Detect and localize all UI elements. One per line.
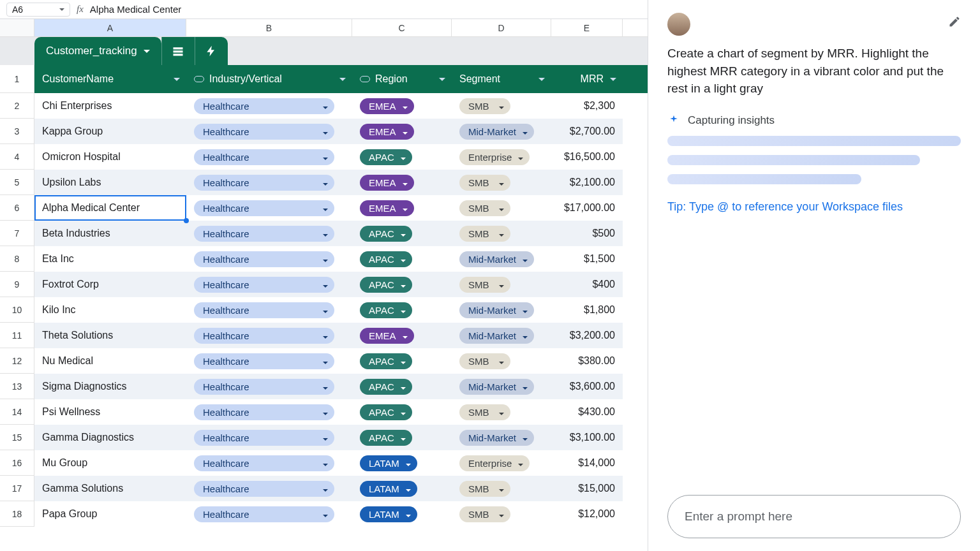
- cell-industry[interactable]: Healthcare: [186, 221, 352, 246]
- col-mrr[interactable]: MRR: [551, 65, 623, 93]
- cell-segment[interactable]: SMB: [452, 348, 551, 374]
- cell-region[interactable]: APAC: [352, 246, 452, 272]
- region-chip[interactable]: EMEA: [360, 175, 414, 191]
- region-chip[interactable]: APAC: [360, 404, 412, 420]
- table-view-icon[interactable]: [161, 37, 195, 65]
- cell-mrr[interactable]: $1,800: [551, 297, 623, 323]
- cell-industry[interactable]: Healthcare: [186, 476, 352, 501]
- cell-mrr[interactable]: $3,600.00: [551, 374, 623, 399]
- region-chip[interactable]: APAC: [360, 226, 412, 242]
- segment-chip[interactable]: Mid-Market: [459, 328, 534, 344]
- industry-chip[interactable]: Healthcare: [194, 379, 334, 395]
- industry-chip[interactable]: Healthcare: [194, 430, 334, 446]
- row-number[interactable]: 8: [0, 246, 34, 272]
- row-number[interactable]: 1: [0, 65, 34, 93]
- cell-customer-name[interactable]: Upsilon Labs: [34, 170, 186, 195]
- region-chip[interactable]: APAC: [360, 302, 412, 318]
- region-chip[interactable]: EMEA: [360, 328, 414, 344]
- column-header-d[interactable]: D: [452, 19, 551, 36]
- industry-chip[interactable]: Healthcare: [194, 277, 334, 293]
- cell-industry[interactable]: Healthcare: [186, 399, 352, 425]
- row-number[interactable]: 3: [0, 119, 34, 144]
- industry-chip[interactable]: Healthcare: [194, 175, 334, 191]
- row-number[interactable]: 16: [0, 450, 34, 476]
- cell-customer-name[interactable]: Kappa Group: [34, 119, 186, 144]
- cell-industry[interactable]: Healthcare: [186, 297, 352, 323]
- row-number[interactable]: 6: [0, 195, 34, 221]
- cell-region[interactable]: EMEA: [352, 119, 452, 144]
- region-chip[interactable]: APAC: [360, 353, 412, 369]
- cell-customer-name[interactable]: Gamma Solutions: [34, 476, 186, 501]
- region-chip[interactable]: APAC: [360, 251, 412, 267]
- cell-industry[interactable]: Healthcare: [186, 93, 352, 119]
- cell-segment[interactable]: SMB: [452, 272, 551, 297]
- segment-chip[interactable]: Mid-Market: [459, 379, 534, 395]
- column-header-e[interactable]: E: [551, 19, 623, 36]
- cell-segment[interactable]: Mid-Market: [452, 323, 551, 348]
- cell-region[interactable]: APAC: [352, 425, 452, 450]
- name-box[interactable]: A6: [6, 3, 70, 17]
- cell-segment[interactable]: SMB: [452, 93, 551, 119]
- cell-segment[interactable]: Mid-Market: [452, 297, 551, 323]
- region-chip[interactable]: LATAM: [360, 506, 417, 522]
- cell-industry[interactable]: Healthcare: [186, 144, 352, 170]
- region-chip[interactable]: EMEA: [360, 124, 414, 140]
- industry-chip[interactable]: Healthcare: [194, 98, 334, 114]
- row-number[interactable]: 18: [0, 501, 34, 527]
- cell-industry[interactable]: Healthcare: [186, 272, 352, 297]
- cell-industry[interactable]: Healthcare: [186, 501, 352, 527]
- cell-mrr[interactable]: $17,000.00: [551, 195, 623, 221]
- cell-customer-name[interactable]: Alpha Medical Center: [34, 195, 186, 221]
- cell-industry[interactable]: Healthcare: [186, 374, 352, 399]
- cell-customer-name[interactable]: Theta Solutions: [34, 323, 186, 348]
- segment-chip[interactable]: SMB: [459, 277, 510, 293]
- industry-chip[interactable]: Healthcare: [194, 455, 334, 471]
- cell-segment[interactable]: Enterprise: [452, 144, 551, 170]
- selection-handle[interactable]: [184, 218, 189, 223]
- cell-region[interactable]: EMEA: [352, 323, 452, 348]
- row-number[interactable]: 13: [0, 374, 34, 399]
- region-chip[interactable]: EMEA: [360, 200, 414, 216]
- cell-customer-name[interactable]: Gamma Diagnostics: [34, 425, 186, 450]
- segment-chip[interactable]: Mid-Market: [459, 302, 534, 318]
- row-number[interactable]: 10: [0, 297, 34, 323]
- region-chip[interactable]: APAC: [360, 277, 412, 293]
- pencil-icon[interactable]: [948, 15, 961, 31]
- cell-region[interactable]: LATAM: [352, 501, 452, 527]
- segment-chip[interactable]: Mid-Market: [459, 430, 534, 446]
- cell-industry[interactable]: Healthcare: [186, 170, 352, 195]
- cell-region[interactable]: EMEA: [352, 170, 452, 195]
- formula-value[interactable]: Alpha Medical Center: [90, 4, 181, 15]
- column-header-b[interactable]: B: [186, 19, 352, 36]
- cell-customer-name[interactable]: Mu Group: [34, 450, 186, 476]
- segment-chip[interactable]: SMB: [459, 226, 510, 242]
- cell-mrr[interactable]: $3,200.00: [551, 323, 623, 348]
- cell-mrr[interactable]: $3,100.00: [551, 425, 623, 450]
- cell-mrr[interactable]: $14,000: [551, 450, 623, 476]
- industry-chip[interactable]: Healthcare: [194, 200, 334, 216]
- cell-region[interactable]: APAC: [352, 144, 452, 170]
- region-chip[interactable]: APAC: [360, 149, 412, 165]
- col-region[interactable]: Region: [352, 65, 452, 93]
- cell-customer-name[interactable]: Chi Enterprises: [34, 93, 186, 119]
- region-chip[interactable]: LATAM: [360, 455, 417, 471]
- row-number[interactable]: 15: [0, 425, 34, 450]
- cell-segment[interactable]: Mid-Market: [452, 246, 551, 272]
- cell-customer-name[interactable]: Psi Wellness: [34, 399, 186, 425]
- cell-region[interactable]: EMEA: [352, 93, 452, 119]
- cell-segment[interactable]: SMB: [452, 399, 551, 425]
- cell-segment[interactable]: Mid-Market: [452, 425, 551, 450]
- row-number[interactable]: 4: [0, 144, 34, 170]
- cell-customer-name[interactable]: Foxtrot Corp: [34, 272, 186, 297]
- row-number[interactable]: 7: [0, 221, 34, 246]
- cell-segment[interactable]: Enterprise: [452, 450, 551, 476]
- col-customer-name[interactable]: CustomerName: [34, 65, 186, 93]
- segment-chip[interactable]: SMB: [459, 200, 510, 216]
- cell-mrr[interactable]: $15,000: [551, 476, 623, 501]
- segment-chip[interactable]: Mid-Market: [459, 251, 534, 267]
- row-number[interactable]: 12: [0, 348, 34, 374]
- industry-chip[interactable]: Healthcare: [194, 506, 334, 522]
- segment-chip[interactable]: SMB: [459, 353, 510, 369]
- segment-chip[interactable]: SMB: [459, 506, 510, 522]
- col-industry[interactable]: Industry/Vertical: [186, 65, 352, 93]
